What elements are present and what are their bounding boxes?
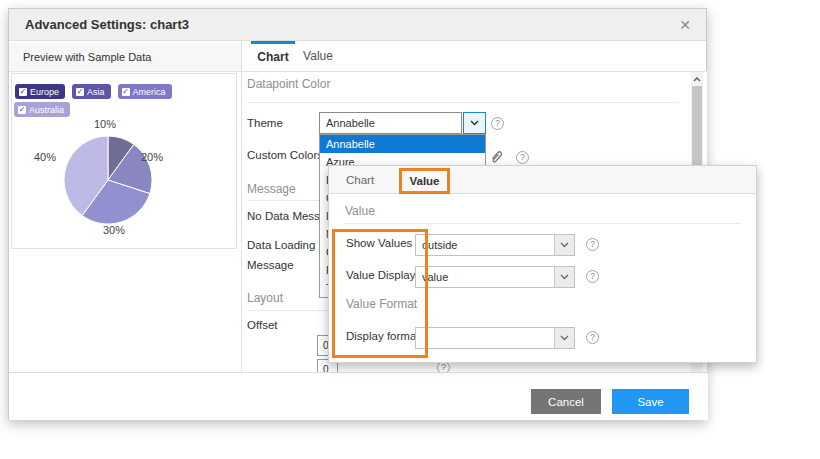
legend-chip-america[interactable]: ✓ America (118, 84, 172, 99)
data-loading-label-line2: Message (247, 259, 294, 271)
section-rule (247, 102, 678, 103)
data-loading-label-line1: Data Loading (247, 239, 315, 251)
show-values-value: outside (422, 235, 457, 255)
value-display-label: Value Display (346, 269, 415, 281)
display-format-label: Display format (346, 330, 420, 342)
tab-value[interactable]: Value (297, 41, 339, 71)
pie-chart (64, 136, 152, 224)
pie-label-10: 10% (94, 118, 116, 130)
value-display-help-icon[interactable]: ? (586, 270, 599, 283)
theme-combobox-input[interactable]: Annabelle (319, 112, 462, 134)
select-dropdown-button[interactable] (554, 235, 574, 255)
show-values-select[interactable]: outside (415, 234, 575, 256)
save-button[interactable]: Save (612, 389, 689, 414)
legend-label: Australia (29, 105, 64, 115)
dialog-titlebar: Advanced Settings: chart3 ✕ (9, 9, 706, 41)
section-message: Message (247, 182, 296, 196)
legend-row-1: ✓ Europe ✓ Asia ✓ America (15, 84, 172, 99)
pie-label-20: 20% (141, 151, 163, 163)
value-display-select[interactable]: value (415, 266, 575, 288)
dialog-footer: Cancel Save (9, 372, 708, 420)
section-layout: Layout (247, 291, 283, 305)
cancel-button[interactable]: Cancel (531, 389, 601, 414)
attach-icon[interactable] (489, 149, 503, 164)
value-display-value: value (422, 267, 448, 287)
custom-colors-help-icon[interactable]: ? (516, 151, 529, 164)
display-format-help-icon[interactable]: ? (586, 331, 599, 344)
section-rule (345, 223, 741, 224)
dialog-title: Advanced Settings: chart3 (25, 9, 189, 41)
custom-colors-label: Custom Colors (247, 149, 323, 161)
section-value: Value (345, 204, 375, 218)
checkbox-icon: ✓ (19, 88, 27, 96)
value-settings-popup: Chart Value Value Show Values outside ? … (328, 165, 757, 363)
display-format-select[interactable] (415, 327, 575, 349)
popup-tab-value[interactable]: Value (399, 168, 450, 194)
chevron-down-icon (560, 242, 569, 248)
close-icon[interactable]: ✕ (674, 9, 696, 41)
legend-chip-europe[interactable]: ✓ Europe (15, 84, 65, 99)
chevron-down-icon (560, 335, 569, 341)
theme-label: Theme (247, 117, 283, 129)
popup-tab-chart[interactable]: Chart (346, 166, 374, 194)
select-dropdown-button[interactable] (554, 267, 574, 287)
checkbox-icon: ✓ (122, 88, 130, 96)
preview-header-label: Preview with Sample Data (23, 51, 151, 63)
pie-label-40: 40% (34, 151, 56, 163)
section-value-format: Value Format (346, 297, 417, 311)
screenshot-canvas: Advanced Settings: chart3 ✕ Preview with… (0, 0, 820, 459)
legend-label: Europe (30, 87, 59, 97)
section-datapoint-color: Datapoint Color (247, 77, 330, 91)
scroll-up-arrow[interactable] (691, 73, 703, 85)
theme-option-annabelle[interactable]: Annabelle (320, 135, 485, 153)
legend-chip-asia[interactable]: ✓ Asia (72, 84, 111, 99)
chevron-up-icon (693, 77, 701, 82)
legend-row-2: ✓ Australia (14, 102, 70, 117)
pie-label-30: 30% (103, 224, 125, 236)
chart-preview: ✓ Europe ✓ Asia ✓ America ✓ Australia (11, 73, 237, 249)
chevron-down-icon (560, 274, 569, 280)
select-dropdown-button[interactable] (554, 328, 574, 348)
checkbox-icon: ✓ (18, 106, 26, 114)
legend-label: Asia (87, 87, 105, 97)
popup-tabbar: Chart Value (329, 166, 756, 194)
chevron-down-icon (470, 120, 479, 126)
checkbox-icon: ✓ (76, 88, 84, 96)
tab-chart[interactable]: Chart (251, 41, 295, 71)
show-values-label: Show Values (346, 237, 412, 249)
theme-dropdown-button[interactable] (463, 112, 486, 134)
offset-label: Offset (247, 319, 277, 331)
theme-help-icon[interactable]: ? (491, 117, 504, 130)
legend-label: America (133, 87, 166, 97)
show-values-help-icon[interactable]: ? (586, 238, 599, 251)
preview-header-bar: Preview with Sample Data (9, 43, 241, 71)
legend-chip-australia[interactable]: ✓ Australia (14, 102, 70, 117)
